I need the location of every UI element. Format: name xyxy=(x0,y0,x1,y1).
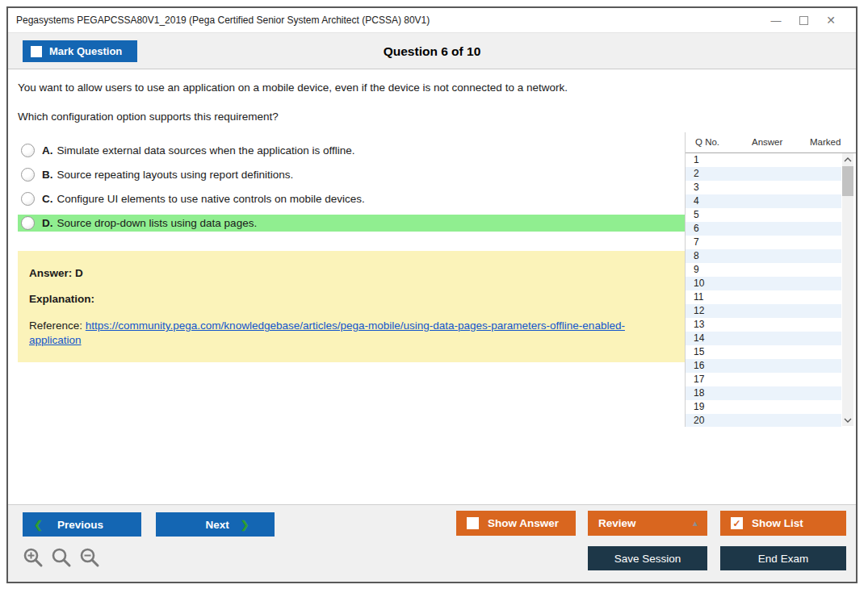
question-list-row[interactable]: 16 xyxy=(686,359,841,373)
previous-button[interactable]: ❮ Previous xyxy=(23,512,141,537)
explanation-label: Explanation: xyxy=(29,293,672,305)
list-scrollbar[interactable] xyxy=(842,153,853,426)
question-list-row[interactable]: 19 xyxy=(686,400,841,414)
question-list-row[interactable]: 15 xyxy=(686,345,841,359)
question-number: 9 xyxy=(694,264,699,275)
search-icon[interactable] xyxy=(51,547,72,568)
show-answer-checkbox-icon[interactable] xyxy=(467,517,479,529)
question-list-row[interactable]: 5 xyxy=(686,208,841,222)
question-number: 4 xyxy=(694,195,699,207)
end-exam-label: End Exam xyxy=(758,553,808,565)
question-list-row[interactable]: 2 xyxy=(686,167,841,181)
review-button[interactable]: Review ▲ xyxy=(588,511,707,536)
question-area: You want to allow users to use an applic… xyxy=(8,70,685,504)
scroll-up-icon[interactable] xyxy=(842,153,853,165)
end-exam-button[interactable]: End Exam xyxy=(720,546,846,570)
chevron-left-icon: ❮ xyxy=(34,519,43,531)
option-letter: C. xyxy=(42,193,53,205)
question-number: 16 xyxy=(694,360,704,371)
question-list-row[interactable]: 1 xyxy=(686,153,841,167)
title-bar[interactable]: Pegasystems PEGAPCSSA80V1_2019 (Pega Cer… xyxy=(8,8,856,32)
question-number: 13 xyxy=(694,319,704,330)
question-list-row[interactable]: 18 xyxy=(686,386,841,400)
radio-button-icon[interactable] xyxy=(21,144,35,157)
reference-link[interactable]: https://community.pega.com/knowledgebase… xyxy=(29,319,625,346)
question-number: 18 xyxy=(694,387,704,399)
show-answer-label: Show Answer xyxy=(488,517,559,529)
radio-button-icon[interactable] xyxy=(21,216,35,230)
question-number: 2 xyxy=(694,168,699,179)
close-icon[interactable]: ✕ xyxy=(817,10,845,30)
option-text: Source drop-down lists using data pages. xyxy=(57,217,258,229)
question-list-row[interactable]: 3 xyxy=(686,181,841,194)
check-mark-icon: ✓ xyxy=(732,519,740,528)
question-list-row[interactable]: 8 xyxy=(686,249,841,263)
save-session-button[interactable]: Save Session xyxy=(588,546,707,570)
maximize-box xyxy=(799,16,808,25)
question-list-row[interactable]: 4 xyxy=(686,194,841,208)
zoom-in-icon[interactable] xyxy=(23,547,44,568)
column-header-answer: Answer xyxy=(752,137,782,147)
answer-panel: Answer: D Explanation: Reference: https:… xyxy=(18,251,685,362)
show-list-checkbox-icon[interactable]: ✓ xyxy=(731,517,743,529)
question-list-row[interactable]: 11 xyxy=(686,290,841,304)
question-number: 6 xyxy=(694,223,699,234)
window-title: Pegasystems PEGAPCSSA80V1_2019 (Pega Cer… xyxy=(8,15,430,26)
option-text: Simulate external data sources when the … xyxy=(57,144,355,157)
question-list-row[interactable]: 13 xyxy=(686,318,841,332)
options-list: A. Simulate external data sources when t… xyxy=(18,142,685,232)
question-list-row[interactable]: 17 xyxy=(686,373,841,386)
caret-up-icon: ▲ xyxy=(691,519,699,528)
question-number: 15 xyxy=(694,346,704,357)
question-list-row[interactable]: 7 xyxy=(686,236,841,249)
save-session-label: Save Session xyxy=(614,553,681,565)
question-number: 17 xyxy=(694,374,704,385)
question-list-row[interactable]: 12 xyxy=(686,304,841,318)
zoom-out-icon[interactable] xyxy=(79,547,100,568)
question-text: You want to allow users to use an applic… xyxy=(18,81,685,95)
scrollbar-thumb[interactable] xyxy=(842,166,853,196)
chevron-right-icon: ❯ xyxy=(241,519,249,531)
header-strip: Mark Question Question 6 of 10 xyxy=(8,32,856,69)
radio-button-icon[interactable] xyxy=(21,168,35,182)
question-list-row[interactable]: 6 xyxy=(686,222,841,236)
question-number: 8 xyxy=(694,250,699,261)
answer-option[interactable]: B. Source repeating layouts using report… xyxy=(18,166,685,183)
next-button[interactable]: Next ❯ xyxy=(156,512,275,537)
radio-button-icon[interactable] xyxy=(21,192,35,206)
answer-option[interactable]: C. Configure UI elements to use native c… xyxy=(18,190,685,207)
question-list-header: Q No. Answer Marked xyxy=(686,132,856,152)
question-number: 19 xyxy=(694,401,704,412)
option-text: Source repeating layouts using report de… xyxy=(57,169,294,181)
answer-option[interactable]: A. Simulate external data sources when t… xyxy=(18,142,685,159)
next-label: Next xyxy=(205,519,229,531)
question-number: 12 xyxy=(694,305,704,316)
scroll-down-icon[interactable] xyxy=(842,414,853,426)
question-prompt: Which configuration option supports this… xyxy=(18,110,685,124)
question-number: 10 xyxy=(694,278,704,289)
option-letter: D. xyxy=(42,217,53,229)
question-list-row[interactable]: 10 xyxy=(686,277,841,290)
question-list-row[interactable]: 14 xyxy=(686,332,841,345)
column-header-qno: Q No. xyxy=(695,137,719,147)
option-text: Configure UI elements to use native cont… xyxy=(57,193,365,205)
answer-option[interactable]: D. Source drop-down lists using data pag… xyxy=(18,215,685,232)
question-number: 11 xyxy=(694,291,703,303)
option-letter: B. xyxy=(42,169,53,181)
maximize-icon[interactable] xyxy=(790,10,817,30)
question-list-row[interactable]: 20 xyxy=(686,414,841,427)
minimize-icon[interactable]: — xyxy=(762,10,790,30)
question-number: 7 xyxy=(694,236,699,248)
reference-prefix: Reference: xyxy=(29,319,86,332)
content-area: You want to allow users to use an applic… xyxy=(8,70,856,504)
question-list-row[interactable]: 9 xyxy=(686,263,841,277)
question-counter: Question 6 of 10 xyxy=(8,33,856,70)
show-list-button[interactable]: ✓ Show List xyxy=(720,511,846,536)
show-answer-button[interactable]: Show Answer xyxy=(456,511,576,536)
show-list-label: Show List xyxy=(752,517,803,529)
question-number: 14 xyxy=(694,332,704,344)
zoom-controls xyxy=(23,547,100,568)
question-number: 20 xyxy=(694,415,704,426)
question-list-panel: Q No. Answer Marked 1 2 3 4 5 xyxy=(685,132,856,427)
bottom-bar: ❮ Previous Next ❯ xyxy=(8,504,856,582)
